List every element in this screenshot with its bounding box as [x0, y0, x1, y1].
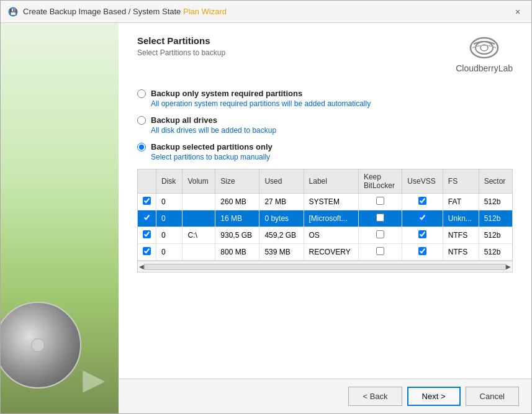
table-body: 0 260 MB 27 MB SYSTEM	[138, 194, 512, 261]
row-check-cell	[138, 210, 156, 227]
close-button[interactable]: ×	[512, 6, 524, 18]
title-bar: 💾 Create Backup Image Based / System Sta…	[1, 1, 531, 23]
back-button[interactable]: < Back	[348, 387, 402, 406]
table-row: 0 260 MB 27 MB SYSTEM	[138, 194, 512, 210]
row-used: 539 MB	[259, 244, 304, 261]
svg-point-2	[471, 38, 498, 58]
scrollbar-track[interactable]	[144, 264, 506, 270]
row-label: RECOVERY	[304, 244, 358, 261]
row-check-cell	[138, 194, 156, 210]
row-usevss-check[interactable]	[418, 197, 426, 205]
row-used: 0 bytes	[259, 210, 304, 227]
row-used: 27 MB	[259, 194, 304, 210]
row-usevss	[402, 194, 443, 210]
next-button[interactable]: Next >	[407, 387, 461, 406]
row-fs: NTFS	[443, 244, 479, 261]
row-check-cell	[138, 244, 156, 261]
row-usevss-check[interactable]	[418, 247, 426, 255]
radio-all-drives[interactable]	[137, 116, 146, 125]
row-volum	[183, 244, 215, 261]
row-disk: 0	[156, 194, 183, 210]
row-fs: NTFS	[443, 227, 479, 244]
title-highlight: Plan Wizard	[183, 7, 227, 16]
row-bitlocker	[358, 194, 402, 210]
svg-point-3	[476, 42, 493, 54]
sidebar: ►	[1, 23, 119, 413]
radio-label-3[interactable]: Backup selected partitions only	[137, 142, 513, 151]
disc-graphic	[1, 302, 81, 389]
cancel-button[interactable]: Cancel	[466, 387, 519, 406]
row-size: 930,5 GB	[215, 227, 259, 244]
radio-desc-3: Select partitions to backup manually	[151, 153, 513, 161]
radio-desc-2: All disk drives will be added to backup	[151, 126, 513, 135]
logo-icon	[467, 35, 502, 63]
wizard-header: Select Partitions Select Partitions to b…	[119, 23, 531, 83]
section-title: Select Partitions	[137, 35, 225, 46]
radio-label-1[interactable]: Backup only system required partitions	[137, 89, 513, 98]
row-used: 459,2 GB	[259, 227, 304, 244]
row-sector: 512b	[479, 227, 512, 244]
col-header-check	[138, 169, 156, 194]
wizard-window: 💾 Create Backup Image Based / System Sta…	[0, 0, 532, 414]
radio-option-3: Backup selected partitions only Select p…	[137, 142, 513, 161]
row-checkbox[interactable]	[143, 247, 151, 255]
row-bitlocker-check[interactable]	[376, 197, 384, 205]
row-sector: 512b	[479, 210, 512, 227]
row-usevss	[402, 210, 443, 227]
radio-option-1: Backup only system required partitions A…	[137, 89, 513, 108]
radio-label-2[interactable]: Backup all drives	[137, 115, 513, 125]
row-size: 16 MB	[215, 210, 259, 227]
row-volum: C:\	[183, 227, 215, 244]
radio-selected-partitions[interactable]	[137, 143, 146, 151]
scroll-right-btn[interactable]: ▶	[506, 263, 511, 270]
scroll-left-btn[interactable]: ◀	[139, 263, 144, 270]
row-usevss-check[interactable]	[418, 230, 426, 238]
logo-text: CloudberryLab	[456, 63, 513, 73]
content-area: ► Select Partitions Select Partitions to…	[1, 23, 531, 413]
row-checkbox[interactable]	[143, 197, 151, 205]
horizontal-scrollbar[interactable]: ◀ ▶	[138, 261, 512, 272]
row-disk: 0	[156, 244, 183, 261]
section-subtitle: Select Partitions to backup	[137, 48, 225, 57]
row-checkbox[interactable]	[143, 214, 151, 222]
col-header-used: Used	[259, 169, 304, 194]
radio-title-2: Backup all drives	[151, 115, 217, 125]
col-header-label: Label	[304, 169, 358, 194]
logo: CloudberryLab	[456, 35, 513, 73]
title-bar-text: Create Backup Image Based / System State…	[23, 7, 227, 16]
table-scroll[interactable]: Disk Volum Size Used Label KeepBitLocker…	[138, 169, 512, 261]
row-sector: 512b	[479, 194, 512, 210]
row-size: 260 MB	[215, 194, 259, 210]
main-panel: Select Partitions Select Partitions to b…	[119, 23, 531, 413]
partitions-table: Disk Volum Size Used Label KeepBitLocker…	[138, 169, 512, 261]
row-bitlocker-check[interactable]	[376, 230, 384, 238]
row-volum	[183, 194, 215, 210]
radio-title-3: Backup selected partitions only	[151, 142, 273, 151]
row-check-cell	[138, 227, 156, 244]
row-bitlocker-check[interactable]	[376, 214, 384, 222]
row-checkbox[interactable]	[143, 230, 151, 238]
row-fs: Unkn...	[443, 210, 479, 227]
row-usevss	[402, 227, 443, 244]
app-icon: 💾	[8, 7, 18, 17]
row-fs: FAT	[443, 194, 479, 210]
wizard-footer: < Back Next > Cancel	[119, 379, 531, 413]
col-header-sector: Sector	[479, 169, 512, 194]
row-label: SYSTEM	[304, 194, 358, 210]
row-bitlocker-check[interactable]	[376, 247, 384, 255]
title-bar-left: 💾 Create Backup Image Based / System Sta…	[8, 7, 227, 17]
col-header-fs: FS	[443, 169, 479, 194]
sidebar-arrow: ►	[76, 358, 112, 401]
row-usevss	[402, 244, 443, 261]
row-sector: 512b	[479, 244, 512, 261]
radio-group: Backup only system required partitions A…	[137, 89, 513, 161]
row-usevss-check[interactable]	[418, 214, 426, 222]
row-volum	[183, 210, 215, 227]
table-header: Disk Volum Size Used Label KeepBitLocker…	[138, 169, 512, 194]
radio-system-required[interactable]	[137, 89, 146, 98]
partitions-table-container: Disk Volum Size Used Label KeepBitLocker…	[137, 169, 513, 272]
row-bitlocker	[358, 227, 402, 244]
radio-option-2: Backup all drives All disk drives will b…	[137, 115, 513, 135]
svg-text:💾: 💾	[9, 8, 17, 16]
row-disk: 0	[156, 227, 183, 244]
